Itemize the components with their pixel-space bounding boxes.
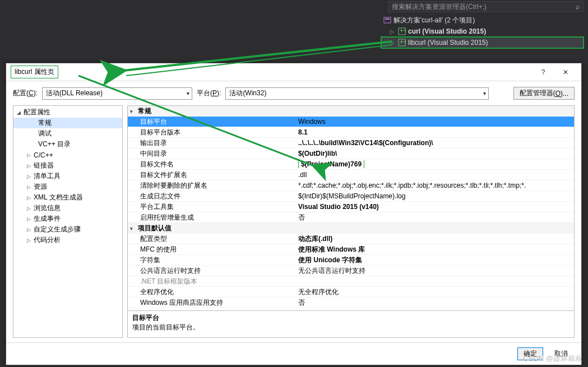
category-tree[interactable]: ◢ 配置属性 常规 调试 VC++ 目录 ▷C/C++ ▷链接器 ▷清单工具 ▷… — [13, 105, 123, 338]
caret-right-icon: ▷ — [27, 216, 33, 222]
prop-target-platform[interactable]: 目标平台Windows — [128, 117, 574, 127]
project-curl-label: curl (Visual Studio 2015) — [408, 27, 486, 35]
group-general[interactable]: ▾常规 — [128, 106, 574, 117]
prop-charset[interactable]: 字符集使用 Unicode 字符集 — [128, 255, 574, 266]
prop-managed-incremental[interactable]: 启用托管增量生成否 — [128, 212, 574, 223]
expand-icon[interactable]: ▷ — [390, 40, 396, 46]
cancel-button[interactable]: 取消 — [549, 347, 573, 360]
platform-combo[interactable]: 活动(Win32) — [225, 87, 489, 100]
tree-item-resources[interactable]: ▷资源 — [13, 182, 122, 192]
svg-rect-0 — [384, 17, 391, 23]
project-libcurl-label: libcurl (Visual Studio 2015) — [408, 39, 488, 47]
description-pane: 目标平台 项目的当前目标平台。 — [128, 310, 574, 337]
search-input[interactable]: 搜索解决方案资源管理器(Ctrl+;) ⌕ — [388, 1, 584, 12]
prop-toolset[interactable]: 平台工具集Visual Studio 2015 (v140) — [128, 202, 574, 212]
tree-item-manifest[interactable]: ▷清单工具 — [13, 171, 122, 182]
config-label: 配置(C): — [13, 89, 38, 98]
dialog-title: libcurl 属性页 — [11, 66, 58, 78]
group-defaults[interactable]: ▾项目默认值 — [128, 223, 574, 234]
solution-explorer: 解决方案'curl-all' (2 个项目) ▷ ++ curl (Visual… — [381, 15, 584, 48]
svg-rect-1 — [385, 18, 390, 20]
desc-title: 目标平台 — [132, 313, 570, 323]
property-page-dialog: libcurl 属性页 ? ✕ 配置(C): 活动(DLL Release) 平… — [6, 63, 582, 365]
tree-item-ccpp[interactable]: ▷C/C++ — [13, 150, 122, 160]
prop-target-ext[interactable]: 目标文件扩展名.dll — [128, 170, 574, 180]
search-icon: ⌕ — [576, 3, 580, 11]
solution-icon — [383, 16, 391, 24]
config-combo[interactable]: 活动(DLL Release) — [42, 87, 192, 100]
tree-item-codeanalysis[interactable]: ▷代码分析 — [13, 235, 122, 245]
tree-item-buildevents[interactable]: ▷生成事件 — [13, 213, 122, 224]
search-placeholder: 搜索解决方案资源管理器(Ctrl+;) — [392, 2, 487, 12]
desc-body: 项目的当前目标平台。 — [132, 323, 570, 332]
tree-item-linker[interactable]: ▷链接器 — [13, 160, 122, 171]
expand-icon[interactable]: ▷ — [390, 29, 396, 35]
prop-clean-ext[interactable]: 清除时要删除的扩展名*.cdf;*.cache;*.obj;*.obj.enc;… — [128, 180, 574, 191]
project-icon: ++ — [398, 27, 406, 35]
prop-clr[interactable]: 公共语言运行时支持无公共语言运行时支持 — [128, 266, 574, 276]
dialog-buttons: 确定 取消 — [6, 342, 581, 365]
caret-right-icon: ▷ — [27, 163, 33, 169]
prop-whole-opt[interactable]: 全程序优化无全程序优化 — [128, 287, 574, 298]
prop-config-type[interactable]: 配置类型动态库(.dll) — [128, 234, 574, 244]
platform-label: 平台(P): — [197, 89, 221, 98]
tree-item-custombuild[interactable]: ▷自定义生成步骤 — [13, 224, 122, 235]
tree-item-general[interactable]: 常规 — [13, 118, 122, 128]
caret-right-icon: ▷ — [27, 174, 33, 179]
project-curl[interactable]: ▷ ++ curl (Visual Studio 2015) — [381, 26, 584, 37]
caret-down-icon: ▾ — [130, 109, 136, 114]
prop-dotnet-target[interactable]: .NET 目标框架版本 — [128, 276, 574, 287]
tree-item-browse[interactable]: ▷浏览信息 — [13, 203, 122, 213]
caret-right-icon: ▷ — [27, 227, 33, 233]
prop-output-dir[interactable]: 输出目录..\..\..\..\build\Win32\VC14\$(Confi… — [128, 138, 574, 148]
caret-down-icon: ◢ — [17, 110, 22, 115]
caret-right-icon: ▷ — [27, 206, 33, 211]
caret-right-icon: ▷ — [27, 195, 33, 201]
prop-target-name[interactable]: 目标文件名$(ProjectName)769 — [128, 159, 574, 170]
tree-item-xmldoc[interactable]: ▷XML 文档生成器 — [13, 192, 122, 203]
solution-root[interactable]: 解决方案'curl-all' (2 个项目) — [381, 15, 584, 26]
svg-text:++: ++ — [400, 27, 406, 35]
caret-right-icon: ▷ — [27, 238, 33, 243]
solution-label: 解决方案'curl-all' (2 个项目) — [393, 16, 475, 25]
ok-button[interactable]: 确定 — [517, 347, 543, 360]
prop-mfc[interactable]: MFC 的使用使用标准 Windows 库 — [128, 244, 574, 255]
prop-winstore[interactable]: Windows 应用商店应用支持否 — [128, 298, 574, 308]
prop-intermediate-dir[interactable]: 中间目录$(OutDir)lib\ — [128, 148, 574, 159]
caret-right-icon: ▷ — [27, 184, 33, 190]
help-button[interactable]: ? — [532, 64, 554, 80]
config-row: 配置(C): 活动(DLL Release) 平台(P): 活动(Win32) … — [6, 81, 581, 105]
tree-root[interactable]: ◢ 配置属性 — [13, 107, 122, 118]
tree-item-vcdirs[interactable]: VC++ 目录 — [13, 139, 122, 150]
property-grid[interactable]: ▾常规 目标平台Windows 目标平台版本8.1 输出目录..\..\..\.… — [128, 106, 574, 310]
titlebar: libcurl 属性页 ? ✕ — [6, 63, 581, 81]
config-manager-button[interactable]: 配置管理器(O)... — [513, 87, 575, 100]
svg-text:++: ++ — [400, 39, 406, 46]
tree-item-debug[interactable]: 调试 — [13, 128, 122, 139]
project-libcurl[interactable]: ▷ ++ libcurl (Visual Studio 2015) — [381, 37, 584, 48]
caret-right-icon: ▷ — [27, 152, 33, 158]
prop-target-platform-version[interactable]: 目标平台版本8.1 — [128, 127, 574, 138]
caret-down-icon: ▾ — [130, 226, 136, 231]
close-button[interactable]: ✕ — [554, 64, 577, 80]
project-icon: ++ — [398, 39, 406, 47]
prop-build-log[interactable]: 生成日志文件$(IntDir)$(MSBuildProjectName).log — [128, 191, 574, 202]
